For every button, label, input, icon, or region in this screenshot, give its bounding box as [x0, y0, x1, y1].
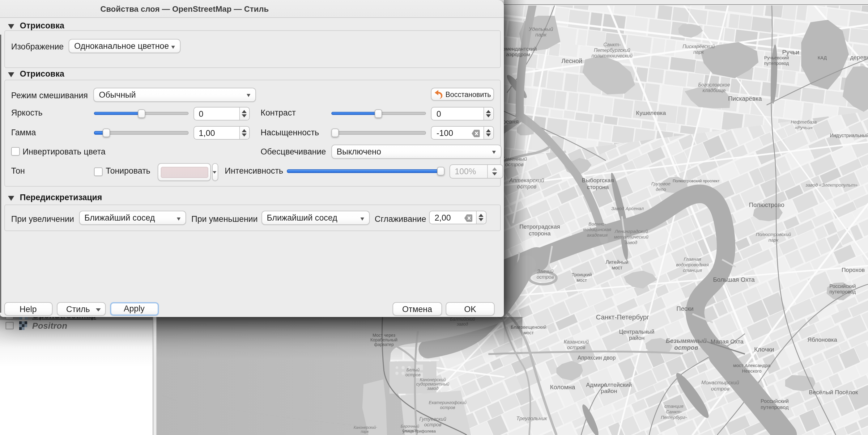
svg-text:Екатерингофский: Екатерингофский — [429, 400, 466, 405]
svg-text:мост: мост — [612, 265, 623, 270]
svg-text:Санкт-: Санкт- — [666, 409, 682, 414]
svg-text:остров: остров — [537, 274, 554, 279]
svg-text:КАД: КАД — [817, 55, 827, 60]
svg-text:Пискарёвский: Пискарёвский — [683, 44, 715, 49]
svg-text:Российский: Российский — [761, 398, 789, 404]
svg-text:Порохов: Порохов — [841, 267, 865, 273]
svg-text:завод: завод — [427, 386, 439, 391]
svg-text:мост Александра: мост Александра — [733, 363, 771, 368]
svg-text:«Ручьи»: «Ручьи» — [795, 125, 813, 130]
svg-text:Большая Охта: Большая Охта — [713, 276, 755, 283]
svg-text:Заячий: Заячий — [537, 269, 553, 274]
svg-text:Безымянный: Безымянный — [666, 337, 707, 344]
svg-text:завод «Электропульт»: завод «Электропульт» — [805, 182, 858, 188]
svg-text:Лесной: Лесной — [561, 58, 582, 64]
svg-text:Пески: Пески — [676, 305, 693, 312]
svg-text:парк: парк — [693, 49, 705, 55]
svg-text:Казанский: Казанский — [563, 339, 589, 345]
svg-text:Нефтебаза: Нефтебаза — [791, 119, 817, 125]
svg-text:Петербург-: Петербург- — [661, 414, 687, 420]
svg-text:Канонерский: Канонерский — [353, 426, 376, 430]
svg-text:парк: парк — [535, 32, 547, 38]
svg-text:Полюстрово: Полюстрово — [749, 201, 784, 208]
svg-text:Невского: Невского — [742, 368, 762, 373]
svg-text:Барочный: Барочный — [401, 424, 419, 429]
svg-text:остров: остров — [567, 344, 586, 350]
svg-text:Малая Охта: Малая Охта — [711, 338, 744, 345]
svg-text:путепровод: путепровод — [761, 404, 789, 410]
svg-text:станция: станция — [664, 403, 683, 409]
svg-text:Литейный: Литейный — [606, 260, 628, 265]
svg-text:мост: мост — [577, 277, 587, 283]
svg-text:путепровод: путепровод — [764, 61, 789, 66]
svg-text:академия: академия — [587, 232, 608, 238]
svg-text:станция: станция — [683, 268, 702, 273]
svg-text:завод: завод — [625, 240, 637, 245]
svg-text:Богословское: Богословское — [698, 82, 730, 88]
svg-text:Грузовое: Грузовое — [651, 181, 671, 186]
svg-text:остров: остров — [674, 344, 698, 351]
svg-text:Треугольник: Треугольник — [516, 415, 547, 422]
svg-text:Военно-: Военно- — [589, 221, 606, 227]
svg-text:район: район — [629, 335, 645, 341]
svg-text:район: район — [601, 388, 617, 394]
svg-text:Белый: Белый — [406, 367, 420, 372]
svg-text:Монастырский: Монастырский — [702, 380, 739, 386]
svg-text:Главная: Главная — [684, 257, 702, 262]
svg-text:политехнический: политехнический — [592, 53, 633, 58]
svg-text:Завод Арсенал: Завод Арсенал — [612, 206, 644, 211]
svg-text:медицинская: медицинская — [583, 227, 611, 232]
svg-text:Пискарёвка: Пискарёвка — [728, 95, 762, 102]
svg-text:кладбище: кладбище — [703, 88, 726, 93]
svg-text:остров: остров — [440, 405, 455, 410]
svg-text:Адмиралтейский: Адмиралтейский — [586, 381, 632, 388]
svg-text:Санкт-: Санкт- — [603, 42, 621, 47]
svg-text:депо: депо — [656, 187, 666, 192]
svg-text:Полюстровский проспект: Полюстровский проспект — [673, 178, 720, 183]
svg-text:Кушелевка: Кушелевка — [636, 110, 666, 116]
svg-text:Троицкий: Троицкий — [571, 272, 592, 277]
svg-text:Полюстровский: Полюстровский — [756, 232, 791, 237]
svg-text:Ленинградский: Ленинградский — [614, 229, 648, 234]
svg-text:Клочки: Клочки — [754, 346, 774, 353]
svg-text:парк: парк — [361, 429, 369, 434]
svg-text:сторона: сторона — [529, 230, 551, 237]
svg-text:Центральный: Центральный — [619, 329, 654, 335]
svg-text:Российский: Российский — [829, 283, 856, 289]
svg-text:остров: остров — [424, 422, 441, 427]
svg-text:водопроводная: водопроводная — [676, 262, 709, 267]
svg-text:деревня Р: деревня Р — [850, 54, 868, 61]
svg-text:Петербургский: Петербургский — [594, 47, 630, 53]
svg-text:Весёлый Посёлок: Весёлый Посёлок — [809, 389, 858, 396]
svg-text:Ручьи: Ручьи — [782, 49, 799, 56]
svg-text:металлический: металлический — [614, 234, 649, 239]
svg-text:путепровод: путепровод — [829, 289, 856, 294]
svg-text:Индустриальный: Индустриальный — [830, 133, 868, 138]
svg-text:Коломна: Коломна — [550, 384, 575, 391]
svg-text:Санкт-Петербург: Санкт-Петербург — [596, 313, 649, 321]
svg-text:Выборгская: Выборгская — [582, 177, 614, 183]
svg-text:Удельный: Удельный — [529, 26, 553, 32]
svg-text:сторона: сторона — [587, 184, 609, 190]
svg-text:улица Трифолева: улица Трифолева — [402, 429, 436, 433]
svg-text:парк: парк — [769, 237, 779, 242]
svg-text:Гутуевский: Гутуевский — [419, 416, 446, 422]
svg-text:Апраксин двор: Апраксин двор — [578, 355, 616, 361]
svg-text:остров: остров — [711, 386, 730, 392]
svg-text:остров: остров — [405, 372, 421, 377]
svg-text:Ручьевский: Ручьевский — [764, 55, 789, 60]
svg-text:Яблоновка: Яблоновка — [807, 336, 837, 343]
